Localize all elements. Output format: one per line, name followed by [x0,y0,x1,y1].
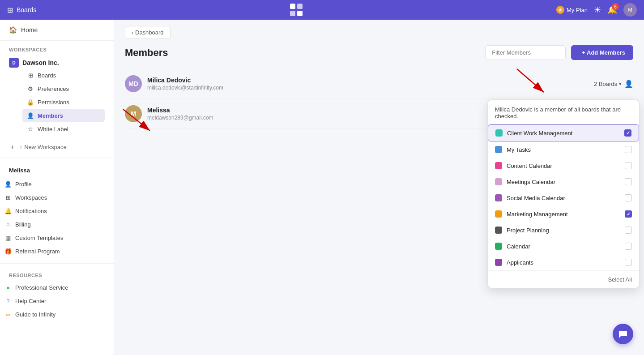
sidebar-item-professional[interactable]: ● Professional Service [0,281,114,294]
chevron-down-icon: ▾ [619,81,622,87]
chat-fab[interactable] [613,324,633,344]
sidebar-item-workspaces-label: Workspaces [15,194,47,201]
board-name-applicants: Applicants [507,259,533,266]
board-checkbox-meetings[interactable] [625,178,632,185]
dashboard-breadcrumb[interactable]: ‹ Dashboard [125,26,171,39]
select-all-link[interactable]: Select All [608,276,632,283]
board-checkbox-marketing[interactable] [625,210,632,218]
workspace-header[interactable]: D Dawson Inc. [9,58,105,68]
board-checkbox-cwm[interactable] [624,129,631,137]
referral-icon: 🎁 [4,248,12,255]
popup-board-left-calendar: Calendar [495,243,530,250]
workspace-initial: D [12,60,15,65]
workspace-icon: D [9,58,19,68]
popup-board-left-project: Project Planning [495,227,549,234]
add-members-label: + Add Members [582,49,625,56]
member-details-milica: Milica Dedovic milica.dedovic@startinfin… [147,77,223,91]
sidebar-item-professional-label: Professional Service [15,284,68,291]
sidebar-item-referral[interactable]: 🎁 Referral Program [0,244,114,258]
workspaces-icon: ⊞ [4,194,12,201]
sidebar-item-referral-label: Referral Program [15,248,60,255]
sidebar-item-help[interactable]: ? Help Center [0,294,114,308]
billing-icon: ○ [4,221,12,228]
filter-members-input[interactable] [485,45,566,60]
sidebar-item-custom-templates[interactable]: ▦ Custom Templates [0,231,114,244]
user-section-name: Melissa [0,163,114,177]
sidebar-divider [0,158,114,158]
popup-board-item-cwm[interactable]: Client Work Management [488,124,639,141]
sidebar-item-permissions-label: Permissions [38,99,69,106]
new-workspace-button[interactable]: ＋ + New Workspace [0,138,114,156]
professional-icon: ● [4,284,12,291]
member-avatar-milica: MD [125,75,142,92]
board-checkbox-calendar[interactable] [625,243,632,250]
board-name-content: Content Calendar [507,163,552,169]
new-workspace-icon: ＋ [9,143,16,151]
board-name-social: Social Media Calendar [507,195,565,201]
custom-templates-icon: ▦ [4,234,12,241]
sidebar-divider-2 [0,263,114,264]
board-color-project [495,227,502,234]
main-layout: 🏠 Home Workspaces D Dawson Inc. ⊞ Boards… [0,20,644,355]
popup-board-item-applicants[interactable]: Applicants [488,254,639,270]
board-checkbox-social[interactable] [625,194,632,201]
board-color-calendar [495,243,502,250]
sidebar-item-guide-label: Guide to Infinity [15,311,55,318]
popup-board-item-marketing[interactable]: Marketing Management [488,206,639,222]
popup-board-item-mytasks[interactable]: My Tasks [488,141,639,158]
sidebar-item-billing[interactable]: ○ Billing [0,218,114,231]
notification-count: 6 [612,3,619,10]
add-members-button[interactable]: + Add Members [571,45,633,60]
board-checkbox-content[interactable] [625,162,632,169]
board-color-cwm [495,129,503,137]
board-checkbox-applicants[interactable] [625,259,632,266]
breadcrumb-bar: ‹ Dashboard [114,20,644,45]
boards-count-milica[interactable]: 2 Boards ▾ [594,81,622,87]
workspace-submenu: ⊞ Boards ⚙ Preferences 🔒 Permissions 👤 M… [22,68,105,136]
member-boards-milica: 2 Boards ▾ 👤 [594,80,633,88]
sidebar-home[interactable]: 🏠 Home [0,20,114,41]
sidebar-item-notifications[interactable]: 🔔 Notifications [0,204,114,218]
sidebar-item-profile[interactable]: 👤 Profile [0,177,114,191]
sidebar-item-boards[interactable]: ⊞ Boards [22,68,105,82]
board-color-marketing [495,210,502,218]
popup-board-left-applicants: Applicants [495,259,533,266]
user-section: Melissa 👤 Profile ⊞ Workspaces 🔔 Notific… [0,160,114,261]
board-color-meetings [495,178,502,185]
popup-board-item-meetings[interactable]: Meetings Calendar [488,174,639,190]
sidebar-item-whitelabel[interactable]: ☆ White Label [22,122,105,136]
member-name-melissa: Melissa [147,107,213,114]
theme-toggle[interactable]: ☀ [594,5,601,15]
popup-board-item-content[interactable]: Content Calendar [488,158,639,174]
svg-rect-0 [290,4,295,9]
board-checkbox-project[interactable] [625,227,632,234]
sidebar-home-label: Home [21,26,38,34]
members-title: Members [125,47,168,59]
notifications-button[interactable]: 🔔 6 [607,5,617,15]
user-avatar[interactable]: M [623,3,637,17]
board-color-social [495,194,502,201]
sidebar-item-preferences-label: Preferences [38,86,69,92]
sidebar-item-preferences[interactable]: ⚙ Preferences [22,82,105,95]
svg-rect-2 [290,11,295,16]
popup-board-item-calendar[interactable]: Calendar [488,238,639,254]
notifications-nav-icon: 🔔 [4,207,12,214]
guide-icon: ∞ [4,311,12,318]
chevron-left-icon: ‹ [132,30,133,36]
popup-board-item-social[interactable]: Social Media Calendar [488,190,639,206]
popup-board-item-project[interactable]: Project Planning [488,222,639,238]
board-color-content [495,162,502,169]
sidebar-item-workspaces[interactable]: ⊞ Workspaces [0,191,114,204]
sidebar-item-members[interactable]: 👤 Members [22,109,105,122]
profile-icon: 👤 [4,180,12,188]
board-name-mytasks: My Tasks [507,146,531,153]
member-name-milica: Milica Dedovic [147,77,223,84]
member-avatar-melissa: M [125,105,142,122]
board-checkbox-mytasks[interactable] [625,146,632,153]
sidebar-item-guide[interactable]: ∞ Guide to Infinity [0,308,114,321]
content-area: ‹ Dashboard Members + Add Members MD [114,20,644,355]
sidebar-item-whitelabel-label: White Label [38,126,68,133]
sidebar-item-permissions[interactable]: 🔒 Permissions [22,95,105,109]
plan-label[interactable]: My Plan [556,6,588,14]
remove-member-milica[interactable]: 👤 [624,80,633,88]
